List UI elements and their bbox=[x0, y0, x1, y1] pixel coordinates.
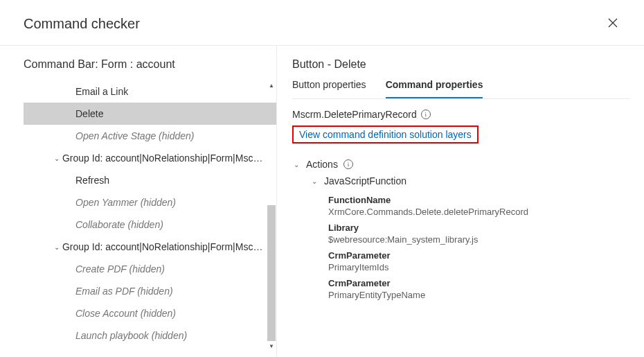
property-label: CrmParameter bbox=[328, 250, 630, 261]
property-value: PrimaryItemIds bbox=[328, 262, 630, 272]
property-label: FunctionName bbox=[328, 195, 630, 205]
button-title: Button - Delete bbox=[292, 58, 630, 71]
tree-item[interactable]: Delete bbox=[24, 103, 276, 125]
tree-item-label: Email as PDF (hidden) bbox=[75, 286, 173, 297]
tree-item-label: Close Account (hidden) bbox=[75, 308, 176, 319]
solution-layers-highlight: View command definition solution layers bbox=[292, 125, 478, 143]
scroll-down-icon[interactable]: ▼ bbox=[267, 341, 276, 351]
command-tree-viewport: Email a LinkDeleteOpen Active Stage (hid… bbox=[24, 80, 276, 351]
dialog-body: Command Bar: Form : account Email a Link… bbox=[0, 46, 644, 357]
property-value: XrmCore.Commands.Delete.deletePrimaryRec… bbox=[328, 207, 630, 217]
property-list: FunctionNameXrmCore.Commands.Delete.dele… bbox=[292, 195, 630, 300]
tree-item[interactable]: ⌄Group Id: account|NoRelationship|Form|M… bbox=[24, 236, 276, 258]
property: CrmParameterPrimaryEntityTypeName bbox=[328, 278, 630, 300]
close-icon[interactable] bbox=[605, 14, 620, 34]
tree-item-label: Create PDF (hidden) bbox=[75, 263, 165, 275]
tree-item-label: Open Yammer (hidden) bbox=[75, 197, 176, 208]
tree-item-label: Refresh bbox=[75, 175, 109, 186]
info-icon[interactable]: i bbox=[343, 159, 353, 169]
tree-item[interactable]: Collaborate (hidden) bbox=[24, 214, 276, 236]
command-name: Mscrm.DeletePrimaryRecord bbox=[292, 109, 417, 120]
tree-item-label: Email a Link bbox=[75, 86, 128, 97]
dialog-title: Command checker bbox=[24, 16, 140, 32]
tree-item-label: Launch playbook (hidden) bbox=[75, 330, 187, 341]
scrollbar[interactable]: ▲ ▼ bbox=[267, 80, 276, 351]
actions-section[interactable]: ⌄ Actions i bbox=[292, 156, 630, 173]
tree-item[interactable]: Open Yammer (hidden) bbox=[24, 191, 276, 214]
property: FunctionNameXrmCore.Commands.Delete.dele… bbox=[328, 195, 630, 217]
command-tree: Email a LinkDeleteOpen Active Stage (hid… bbox=[24, 80, 276, 351]
view-solution-layers-link[interactable]: View command definition solution layers bbox=[299, 129, 472, 140]
tree-item-label: Delete bbox=[75, 108, 103, 119]
tabs: Button propertiesCommand properties bbox=[292, 79, 630, 99]
chevron-down-icon: ⌄ bbox=[310, 177, 319, 185]
tab[interactable]: Button properties bbox=[292, 79, 366, 98]
property-value: $webresource:Main_system_library.js bbox=[328, 234, 630, 245]
property-label: Library bbox=[328, 223, 630, 233]
tree-item-label: Group Id: account|NoRelationship|Form|Ms… bbox=[62, 241, 264, 252]
chevron-down-icon: ⌄ bbox=[51, 243, 62, 251]
tree-item[interactable]: Launch playbook (hidden) bbox=[24, 324, 276, 347]
jsfunction-section[interactable]: ⌄ JavaScriptFunction bbox=[310, 173, 630, 189]
command-bar-panel: Command Bar: Form : account Email a Link… bbox=[0, 46, 277, 357]
jsfunction-label: JavaScriptFunction bbox=[324, 175, 406, 186]
chevron-down-icon: ⌄ bbox=[292, 161, 301, 168]
property: CrmParameterPrimaryItemIds bbox=[328, 250, 630, 272]
dialog-header: Command checker bbox=[0, 0, 644, 46]
tree-item[interactable]: Close Account (hidden) bbox=[24, 302, 276, 324]
info-icon[interactable]: i bbox=[421, 110, 431, 119]
tree-item[interactable]: ⌄Process bbox=[24, 347, 276, 351]
property: Library$webresource:Main_system_library.… bbox=[328, 223, 630, 245]
tree-item[interactable]: Email as PDF (hidden) bbox=[24, 280, 276, 302]
property-value: PrimaryEntityTypeName bbox=[328, 290, 630, 300]
tree-item[interactable]: Refresh bbox=[24, 169, 276, 191]
actions-label: Actions bbox=[306, 159, 338, 170]
chevron-down-icon: ⌄ bbox=[51, 155, 62, 162]
tree-item-label: Open Active Stage (hidden) bbox=[75, 130, 194, 141]
tab[interactable]: Command properties bbox=[386, 79, 483, 98]
tree-item[interactable]: Open Active Stage (hidden) bbox=[24, 125, 276, 147]
tree-item[interactable]: ⌄Group Id: account|NoRelationship|Form|M… bbox=[24, 147, 276, 169]
tree-item-label: Collaborate (hidden) bbox=[75, 219, 163, 230]
tree-item[interactable]: Email a Link bbox=[24, 80, 276, 103]
tree-item[interactable]: Create PDF (hidden) bbox=[24, 258, 276, 280]
scroll-up-icon[interactable]: ▲ bbox=[267, 80, 276, 90]
scroll-thumb[interactable] bbox=[267, 205, 276, 341]
details-panel: Button - Delete Button propertiesCommand… bbox=[277, 46, 644, 357]
tree-item-label: Group Id: account|NoRelationship|Form|Ms… bbox=[62, 153, 264, 164]
command-bar-title: Command Bar: Form : account bbox=[24, 58, 276, 71]
property-label: CrmParameter bbox=[328, 278, 630, 288]
command-name-row: Mscrm.DeletePrimaryRecord i bbox=[292, 109, 630, 120]
solution-layers-row: View command definition solution layers bbox=[292, 125, 630, 143]
